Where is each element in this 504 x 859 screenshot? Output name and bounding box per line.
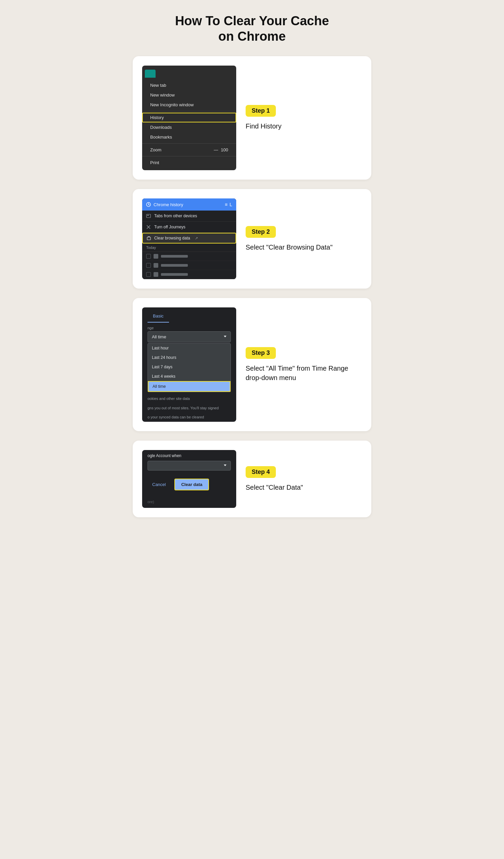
step-2-card: Chrome history ≡ L Tabs from other devic… <box>133 189 371 289</box>
chrome-tab <box>145 70 156 78</box>
trash-icon <box>147 236 151 240</box>
favicon-1 <box>154 254 158 259</box>
step-4-card: ogle Account when Cancel Clear data ore)… <box>133 441 371 517</box>
svg-rect-1 <box>146 214 151 217</box>
step-1-screenshot: New tab New window New Incognito window … <box>142 65 236 170</box>
menu-divider-2 <box>142 143 236 144</box>
time-range-label: nge <box>142 322 236 331</box>
history-text-1 <box>161 255 188 258</box>
svg-rect-2 <box>147 215 149 215</box>
journeys-icon <box>146 225 151 229</box>
history-list-item-2 <box>142 261 236 270</box>
menu-downloads: Downloads <box>142 122 236 132</box>
clear-data-button[interactable]: Clear data <box>174 479 209 491</box>
history-journeys-item: Turn off Journeys <box>142 222 236 233</box>
basic-tab[interactable]: Basic <box>142 307 236 322</box>
history-list-item-1 <box>142 252 236 261</box>
dropdown-arrow-icon <box>224 336 226 339</box>
history-header: Chrome history ≡ L <box>142 198 236 211</box>
cancel-button[interactable]: Cancel <box>147 479 170 490</box>
google-account-text: ogle Account when <box>142 450 236 461</box>
dropdown-option-5[interactable]: All time <box>148 381 231 392</box>
dropdown-selected[interactable]: All time <box>147 331 231 342</box>
favicon-2 <box>154 263 158 268</box>
step-3-card: Basic nge All time Last hour Last 24 hou… <box>133 298 371 431</box>
bottom-text: ore) <box>142 496 236 508</box>
step-4-screenshot: ogle Account when Cancel Clear data ore) <box>142 450 236 508</box>
menu-bookmarks: Bookmarks <box>142 132 236 142</box>
menu-divider-1 <box>142 111 236 111</box>
time-range-dropdown[interactable]: All time Last hour Last 24 hours Last 7 … <box>147 331 231 392</box>
step-3-info: Step 3 Select "All Time" from Time Range… <box>246 347 362 382</box>
svg-rect-5 <box>147 237 151 240</box>
step-1-info: Step 1 Find History <box>246 105 362 131</box>
history-header-icons: ≡ L <box>225 202 232 207</box>
buttons-row: Cancel Clear data <box>142 476 236 496</box>
step-1-card: New tab New window New Incognito window … <box>133 56 371 180</box>
menu-new-window: New window <box>142 90 236 100</box>
step-4-info: Step 4 Select "Clear Data" <box>246 466 362 492</box>
checkbox-2[interactable] <box>146 263 151 268</box>
step-3-description: Select "All Time" from Time Range drop-d… <box>246 364 362 382</box>
step-3-badge: Step 3 <box>246 347 276 359</box>
step-1-badge: Step 1 <box>246 105 276 117</box>
today-label: Today <box>142 243 236 252</box>
page-title: How To Clear Your Cache on Chrome <box>133 13 371 44</box>
step-1-description: Find History <box>246 121 362 131</box>
dropdown-option-2[interactable]: Last 24 hours <box>148 353 231 362</box>
step-2-badge: Step 2 <box>246 226 276 238</box>
step-2-screenshot: Chrome history ≡ L Tabs from other devic… <box>142 198 236 279</box>
step-4-description: Select "Clear Data" <box>246 483 362 492</box>
signs-text: gns you out of most sites. You'll stay s… <box>142 404 236 413</box>
history-text-3 <box>161 273 188 276</box>
history-tabs-item: Tabs from other devices <box>142 211 236 222</box>
cookies-text: ookies and other site data <box>142 394 236 403</box>
dropdown-option-4[interactable]: Last 4 weeks <box>148 372 231 381</box>
final-dropdown-arrow-icon <box>224 465 226 467</box>
menu-new-tab: New tab <box>142 80 236 90</box>
history-list-item-3 <box>142 270 236 279</box>
dropdown-list: Last hour Last 24 hours Last 7 days Last… <box>147 343 231 392</box>
tabs-icon <box>146 214 151 218</box>
history-clock-icon <box>146 202 151 207</box>
dropdown-option-1[interactable]: Last hour <box>148 343 231 353</box>
final-dropdown[interactable] <box>147 461 231 470</box>
step-2-description: Select "Clear Browsing Data" <box>246 242 362 252</box>
history-clear-item[interactable]: Clear browsing data ↗ <box>142 233 236 243</box>
menu-zoom: Zoom — 100 <box>142 145 236 155</box>
menu-incognito: New Incognito window <box>142 100 236 110</box>
menu-divider-3 <box>142 156 236 156</box>
step-3-screenshot: Basic nge All time Last hour Last 24 hou… <box>142 307 236 422</box>
step-4-badge: Step 4 <box>246 466 276 478</box>
checkbox-3[interactable] <box>146 272 151 277</box>
checkbox-1[interactable] <box>146 254 151 259</box>
favicon-3 <box>154 272 158 277</box>
dropdown-option-3[interactable]: Last 7 days <box>148 362 231 372</box>
history-text-2 <box>161 264 188 267</box>
step-2-info: Step 2 Select "Clear Browsing Data" <box>246 226 362 252</box>
external-link-icon: ↗ <box>195 236 198 240</box>
menu-history[interactable]: History <box>142 113 236 122</box>
synced-text: o your synced data can be cleared <box>142 413 236 422</box>
menu-print: Print <box>142 158 236 167</box>
